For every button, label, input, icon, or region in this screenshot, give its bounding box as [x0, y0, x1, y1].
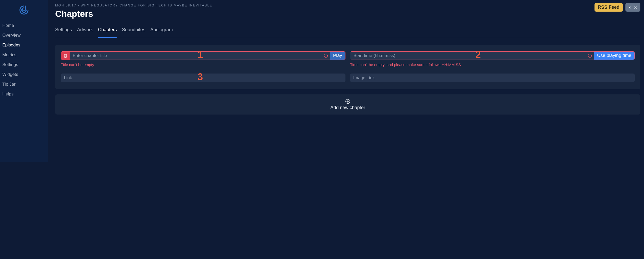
plus-circle-icon — [345, 99, 350, 104]
sidebar-item-settings[interactable]: Settings — [0, 60, 48, 70]
sidebar-item-widgets[interactable]: Widgets — [0, 70, 48, 79]
svg-point-3 — [326, 56, 326, 56]
time-error-text: Time can't be empty, and please make sur… — [350, 62, 635, 67]
breadcrumb: MON 08:17 - WHY REGULATORY CHANGE FOR BI… — [55, 3, 212, 7]
tab-settings[interactable]: Settings — [55, 27, 72, 38]
tab-soundbites[interactable]: Soundbites — [122, 27, 145, 38]
tabs: Settings Artwork Chapters Soundbites Aud… — [55, 27, 640, 38]
rss-feed-button[interactable]: RSS Feed — [595, 3, 623, 12]
tab-audiogram[interactable]: Audiogram — [150, 27, 173, 38]
alert-icon — [324, 54, 328, 58]
tab-artwork[interactable]: Artwork — [77, 27, 93, 38]
delete-chapter-button[interactable] — [61, 52, 70, 60]
main-content: MON 08:17 - WHY REGULATORY CHANGE FOR BI… — [48, 0, 644, 162]
sidebar-item-metrics[interactable]: Metrics — [0, 50, 48, 60]
alert-icon — [588, 54, 592, 58]
svg-point-0 — [635, 6, 636, 7]
sidebar-nav: Home Overview Episodes Metrics Settings … — [0, 21, 48, 99]
use-playing-time-button[interactable]: Use playing time — [594, 52, 634, 60]
chevron-left-icon — [628, 6, 632, 9]
chapter-start-time-input[interactable] — [350, 52, 594, 60]
chapter-editor-panel: Play 1 Title can't be empty 3 — [55, 45, 640, 89]
chapter-link-input[interactable] — [61, 74, 345, 82]
sidebar-item-overview[interactable]: Overview — [0, 30, 48, 40]
page-title: Chapters — [55, 9, 212, 19]
sidebar: Home Overview Episodes Metrics Settings … — [0, 0, 48, 162]
sidebar-item-home[interactable]: Home — [0, 21, 48, 30]
chapter-time-group: Use playing time — [350, 51, 635, 60]
logo — [0, 3, 48, 21]
user-icon — [633, 5, 638, 10]
chapter-title-input[interactable] — [70, 52, 330, 60]
sidebar-item-tip-jar[interactable]: Tip Jar — [0, 79, 48, 89]
chapter-image-link-input[interactable] — [350, 74, 635, 82]
title-error-text: Title can't be empty — [61, 62, 345, 67]
trash-icon — [63, 54, 68, 58]
tab-chapters[interactable]: Chapters — [98, 27, 117, 38]
logo-icon — [19, 5, 29, 15]
sidebar-item-episodes[interactable]: Episodes — [0, 40, 48, 50]
sidebar-item-helps[interactable]: Helps — [0, 89, 48, 99]
play-button[interactable]: Play — [330, 52, 345, 60]
svg-point-6 — [590, 56, 590, 56]
user-menu-button[interactable] — [625, 3, 640, 12]
chapter-title-group: Play — [61, 51, 345, 60]
add-chapter-button[interactable]: Add new chapter — [55, 94, 640, 115]
add-chapter-label: Add new chapter — [330, 105, 365, 110]
